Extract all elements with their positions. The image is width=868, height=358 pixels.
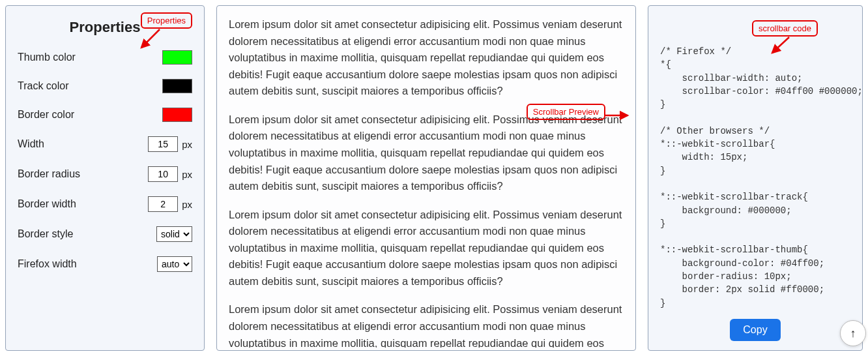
code-panel: scrollbar code /* Firefox */ *{ scrollba… [648,5,863,351]
border-width-input[interactable] [148,196,178,212]
width-label: Width [18,138,44,150]
preview-paragraph: Lorem ipsum dolor sit amet consectetur a… [229,207,622,290]
border-radius-input[interactable] [148,166,178,182]
border-color-swatch[interactable] [162,108,192,122]
preview-paragraph: Lorem ipsum dolor sit amet consectetur a… [229,16,622,100]
border-color-label: Border color [18,109,74,121]
scroll-to-top-button[interactable]: ↑ [840,320,866,346]
thumb-color-label: Thumb color [18,52,76,63]
properties-panel: Properties Properties Thumb color Track … [5,5,205,351]
copy-button[interactable]: Copy [730,319,780,341]
border-radius-unit: px [182,169,192,180]
border-style-label: Border style [18,228,73,240]
preview-scroll-area[interactable]: Lorem ipsum dolor sit amet consectetur a… [229,8,633,348]
preview-paragraph: Lorem ipsum dolor sit amet consectetur a… [229,301,622,348]
width-input[interactable] [148,136,178,152]
track-color-swatch[interactable] [162,79,192,93]
width-unit: px [182,139,192,150]
firefox-width-select[interactable]: auto [157,256,192,272]
thumb-color-swatch[interactable] [162,50,192,65]
arrow-up-icon: ↑ [850,327,856,340]
border-radius-label: Border radius [18,168,80,180]
track-color-label: Track color [18,80,69,92]
border-width-unit: px [182,199,192,210]
border-style-select[interactable]: solid [156,226,192,242]
preview-paragraph: Lorem ipsum dolor sit amet consectetur a… [229,112,622,195]
border-width-label: Border width [18,198,76,210]
preview-panel: Scrollbar Preview Lorem ipsum dolor sit … [216,5,636,351]
firefox-width-label: Firefox width [18,258,77,270]
code-output: /* Firefox */ *{ scrollbar-width: auto; … [660,45,850,316]
properties-title: Properties [18,19,192,36]
